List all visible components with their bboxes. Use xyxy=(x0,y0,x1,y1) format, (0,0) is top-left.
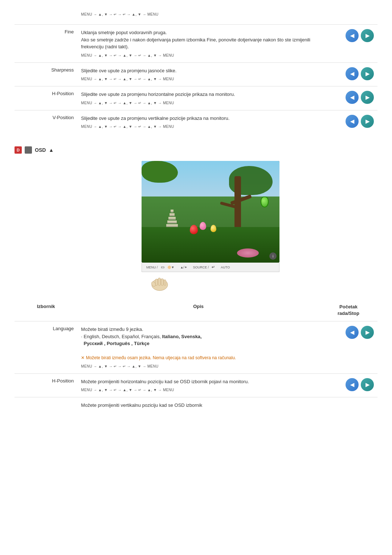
table-row: V-Position Slijedite ove upute za promje… xyxy=(15,110,377,134)
ctrl-source-label: SOURCE / xyxy=(193,266,209,269)
col-header-izbornik: Izbornik xyxy=(15,299,77,321)
monitor-hand-illustration xyxy=(149,274,171,292)
osd-label: OSD xyxy=(35,147,46,153)
svg-rect-3 xyxy=(161,279,163,285)
lantern-green xyxy=(261,197,269,207)
setup-settings-table: MENU → ▲, ▼ → ↵ → ↵ → ▲, ▼ → MENU Fine U… xyxy=(15,7,377,134)
language-description: Možete birati između 9 jezika. · English… xyxy=(77,321,319,374)
ctrl-brightness-icon: 🔆▼ xyxy=(167,266,175,269)
sharpness-nav-buttons: ◀ ▶ xyxy=(323,67,374,80)
vposition-desc-text: Slijedite ove upute za promjenu vertikal… xyxy=(81,116,229,121)
sharpness-label: Sharpness xyxy=(15,62,77,86)
osd-vposition-desc-text: Možete promijeniti vertikalnu poziciju k… xyxy=(81,402,202,408)
sharpness-description: Slijedite ove upute za promjenu jasnoće … xyxy=(77,62,319,86)
garden-bushes xyxy=(142,227,279,263)
fine-buttons: ◀ ▶ xyxy=(319,25,377,63)
page-container: MENU → ▲, ▼ → ↵ → ↵ → ▲, ▼ → MENU Fine U… xyxy=(0,7,392,413)
sharpness-next-button[interactable]: ▶ xyxy=(361,67,374,80)
osd-hposition-buttons: ◀ ▶ xyxy=(319,373,377,397)
garden-scene: i xyxy=(142,161,279,263)
ctrl-menu-label: MENU / xyxy=(146,266,158,269)
hposition-label: H-Position xyxy=(15,86,77,110)
hposition-description: Slijedite ove upute za promjenu horizont… xyxy=(77,86,319,110)
language-desc-line2: · English, Deutsch, Español, Français, I… xyxy=(81,334,201,347)
pagoda xyxy=(166,210,178,227)
col-header-opis: Opis xyxy=(77,299,319,321)
table-row: Možete promijeniti vertikalnu poziciju k… xyxy=(15,397,377,413)
hposition-menu-path: MENU → ▲, ▼ → ↵ → ▲, ▼ → ↵ → ▲, ▼ → MENU xyxy=(81,100,316,106)
vposition-next-button[interactable]: ▶ xyxy=(361,115,374,128)
vposition-menu-path: MENU → ▲, ▼ → ↵ → ▲, ▼ → ↵ → ▲, ▼ → MENU xyxy=(81,124,316,129)
osd-vposition-buttons xyxy=(319,397,377,413)
svg-rect-4 xyxy=(164,280,166,285)
osd-vposition-label xyxy=(15,397,77,413)
language-nav-buttons: ◀ ▶ xyxy=(323,326,374,339)
vposition-description: Slijedite ove upute za promjenu vertikal… xyxy=(77,110,319,134)
monitor-section: i MENU / ▭ 🔆▼ ▲/✦ SOURCE / ↵ AUTO xyxy=(15,161,377,292)
language-prev-button[interactable]: ◀ xyxy=(346,326,359,339)
osd-hposition-menu-path: MENU → ▲, ▼ → ↵ → ▲, ▼ → ↵ → ▲, ▼ → MENU xyxy=(81,387,316,393)
osd-hposition-next-button[interactable]: ▶ xyxy=(361,378,374,391)
language-label: Language xyxy=(15,321,77,374)
fine-menu-path: MENU → ▲, ▼ → ↵ → ▲, ▼ → ↵ → ▲, ▼ → MENU xyxy=(81,53,316,58)
osd-hposition-label: H-Position xyxy=(15,373,77,397)
vposition-label: V-Position xyxy=(15,110,77,134)
fine-desc-text: Uklanja smetnje poput vodoravnih pruga.A… xyxy=(81,30,310,49)
flowers-pink xyxy=(237,248,259,258)
fine-next-button[interactable]: ▶ xyxy=(361,29,374,42)
language-warning: ✕ Možete birati između osam jezika. Nema… xyxy=(81,355,236,360)
pagoda-tier-5 xyxy=(166,224,178,227)
fine-nav-buttons: ◀ ▶ xyxy=(323,29,374,42)
tree-trunk xyxy=(234,176,241,232)
fine-description: Uklanja smetnje poput vodoravnih pruga.A… xyxy=(77,25,319,63)
table-row: Fine Uklanja smetnje poput vodoravnih pr… xyxy=(15,25,377,63)
hposition-buttons: ◀ ▶ xyxy=(319,86,377,110)
osd-section-header: D OSD ▲ xyxy=(15,145,377,155)
menu-path-top: MENU → ▲, ▼ → ↵ → ↵ → ▲, ▼ → MENU xyxy=(81,12,316,17)
monitor-screen: i xyxy=(142,161,279,263)
osd-icon-d: D xyxy=(15,146,22,154)
table-header-row: Izbornik Opis Početakrada/Stop xyxy=(15,299,377,321)
osd-hposition-prev-button[interactable]: ◀ xyxy=(346,378,359,391)
vposition-nav-buttons: ◀ ▶ xyxy=(323,115,374,128)
table-row: Language Možete birati između 9 jezika. … xyxy=(15,321,377,374)
hposition-next-button[interactable]: ▶ xyxy=(361,91,374,104)
warning-icon: ✕ xyxy=(81,355,86,360)
language-menu-path: MENU → ▲, ▼ → ↵ → ↵ → ▲, ▼ → MENU xyxy=(81,364,316,369)
ctrl-source-icon: ↵ xyxy=(212,265,215,270)
balloon-pink xyxy=(200,222,206,230)
sharpness-menu-path: MENU → ▲, ▼ → ↵ → ▲, ▼ → ↵ → ▲, ▼ → MENU xyxy=(81,76,316,82)
ctrl-up-icon: ▲/✦ xyxy=(180,266,187,269)
ctrl-auto-label: AUTO xyxy=(221,266,230,269)
osd-arrow-icon: ▲ xyxy=(49,147,54,153)
osd-info-button: i xyxy=(269,252,277,260)
osd-settings-table: Izbornik Opis Početakrada/Stop Language … xyxy=(15,299,377,413)
vposition-prev-button[interactable]: ◀ xyxy=(346,115,359,128)
pagoda-tier-3 xyxy=(168,217,176,220)
sharpness-desc-text: Slijedite ove upute za promjenu jasnoće … xyxy=(81,68,176,73)
sharpness-prev-button[interactable]: ◀ xyxy=(346,67,359,80)
balloon-red xyxy=(190,225,198,234)
ctrl-menu-icon: ▭ xyxy=(161,265,164,270)
vposition-buttons: ◀ ▶ xyxy=(319,110,377,134)
language-next-button[interactable]: ▶ xyxy=(361,326,374,339)
balloon-yellow xyxy=(211,225,216,232)
pagoda-tier-4 xyxy=(167,220,177,223)
row-label xyxy=(15,7,77,25)
svg-rect-2 xyxy=(158,278,160,285)
hposition-prev-button[interactable]: ◀ xyxy=(346,91,359,104)
monitor-controls-bar: MENU / ▭ 🔆▼ ▲/✦ SOURCE / ↵ AUTO xyxy=(142,263,279,272)
col-header-action: Početakrada/Stop xyxy=(319,299,377,321)
hposition-desc-text: Slijedite ove upute za promjenu horizont… xyxy=(81,92,235,97)
osd-hposition-nav-buttons: ◀ ▶ xyxy=(323,378,374,391)
language-desc-line1: Možete birati između 9 jezika. xyxy=(81,327,143,332)
language-buttons: ◀ ▶ xyxy=(319,321,377,374)
table-row: Sharpness Slijedite ove upute za promjen… xyxy=(15,62,377,86)
fine-prev-button[interactable]: ◀ xyxy=(346,29,359,42)
osd-vposition-description: Možete promijeniti vertikalnu poziciju k… xyxy=(77,397,319,413)
hposition-nav-buttons: ◀ ▶ xyxy=(323,91,374,104)
row-buttons xyxy=(319,7,377,25)
table-row: H-Position Slijedite ove upute za promje… xyxy=(15,86,377,110)
sharpness-buttons: ◀ ▶ xyxy=(319,62,377,86)
pagoda-tier-2 xyxy=(170,213,175,216)
